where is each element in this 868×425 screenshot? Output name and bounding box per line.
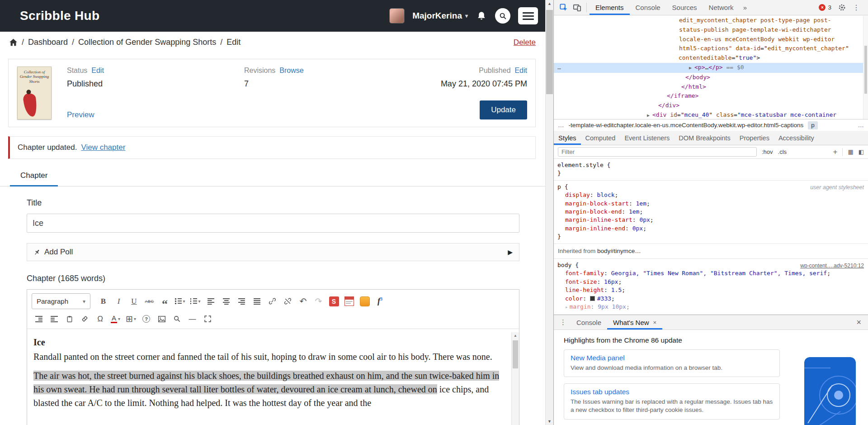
tab-chapter[interactable]: Chapter <box>10 166 58 186</box>
breadcrumb-item-edit[interactable]: Edit <box>226 38 241 47</box>
site-logo[interactable]: Scribble Hub <box>20 9 99 23</box>
dock-sidebar-icon[interactable]: ◧ <box>859 148 864 155</box>
fullscreen-button[interactable] <box>201 312 215 326</box>
css-property-line-height[interactable]: line-height: 1.5; <box>557 286 865 294</box>
elements-tree-scrollbar-thumb[interactable] <box>864 46 867 94</box>
news-block-button[interactable] <box>342 294 356 308</box>
css-property-font-family[interactable]: font-family: Georgia, "Times New Roman",… <box>557 269 865 277</box>
sidebar-tab-computed[interactable]: Computed <box>581 131 620 145</box>
devtools-tab-sources[interactable]: Sources <box>666 0 703 15</box>
sidebar-tab-dom-breakpoints[interactable]: DOM Breakpoints <box>674 131 735 145</box>
css-selector[interactable]: element.style { <box>557 161 865 169</box>
scroll-down-icon[interactable]: ▼ <box>546 419 553 424</box>
more-tabs-button[interactable]: » <box>740 0 750 15</box>
insert-link-button[interactable] <box>265 294 279 308</box>
element-classes-button[interactable]: .cls <box>778 148 787 155</box>
sidebar-tab-accessibility[interactable]: Accessibility <box>774 131 819 145</box>
add-poll-toggle[interactable]: Add Poll ▶ <box>27 243 519 261</box>
window-scrollbar[interactable]: ▲ ▼ <box>545 0 553 425</box>
scroll-up-icon[interactable]: ▲ <box>512 332 519 338</box>
editor-scrollbar[interactable]: ▲ <box>511 332 519 425</box>
align-right-button[interactable] <box>235 294 249 308</box>
console-errors-badge[interactable]: × 3 <box>819 4 831 11</box>
delete-link[interactable]: Delete <box>514 38 536 47</box>
notifications-bell-icon[interactable] <box>476 10 487 22</box>
sidebar-tab-styles[interactable]: Styles <box>554 131 581 145</box>
css-property-margin-block-end[interactable]: margin-block-end: 1em; <box>557 208 865 216</box>
devtools-tab-console[interactable]: Console <box>630 0 666 15</box>
grid-panels-icon[interactable]: ▦ <box>848 148 853 155</box>
status-edit-link[interactable]: Edit <box>91 67 104 74</box>
dom-tree-node[interactable]: edit_mycontent_chapter post-type-page po… <box>554 16 868 25</box>
outdent-button[interactable] <box>47 312 61 326</box>
elements-tree-scrollbar[interactable] <box>863 16 868 119</box>
scribble-special-button[interactable]: S <box>327 294 341 308</box>
user-avatar[interactable] <box>389 8 405 24</box>
whats-new-card-link[interactable]: Issues tab updates <box>571 388 773 396</box>
dom-tree-node[interactable]: contenteditable="true"> <box>554 53 868 63</box>
devtools-tab-network[interactable]: Network <box>703 0 740 15</box>
horizontal-rule-button[interactable]: — <box>185 312 199 326</box>
special-character-button[interactable]: Ω <box>93 312 107 326</box>
home-icon[interactable] <box>9 38 18 47</box>
stylesheet-source-link[interactable]: wp-content….adv-5210:12 <box>800 262 864 270</box>
crumb-selected-element[interactable]: p <box>808 121 818 129</box>
breadcrumb-item-collection-of-gender-swapping-shorts[interactable]: Collection of Gender Swapping Shorts <box>78 38 216 47</box>
view-chapter-link[interactable]: View chapter <box>81 143 125 152</box>
crumb-body-element[interactable]: -template-wi-editchapter.locale-en-us.mc… <box>569 122 804 129</box>
format-dropdown[interactable]: Paragraph ▾ <box>32 293 90 309</box>
dom-tree-node[interactable]: </html> <box>554 82 868 92</box>
user-menu[interactable]: MajorKerina ▾ <box>412 11 468 21</box>
bold-button[interactable]: B <box>96 294 110 308</box>
align-center-button[interactable] <box>219 294 233 308</box>
strikethrough-button[interactable]: ABC <box>142 294 156 308</box>
editor-scrollbar-thumb[interactable] <box>513 340 518 368</box>
table-button[interactable]: ⊞▾ <box>124 312 138 326</box>
dom-tree-node[interactable]: ▶ <div id="mceu_40" class="mce-statusbar… <box>554 110 868 119</box>
styles-filter-input[interactable] <box>558 147 757 157</box>
indent-button[interactable] <box>32 312 46 326</box>
sidebar-tab-properties[interactable]: Properties <box>735 131 774 145</box>
editor-content[interactable]: Ice Randall panted on the street corner … <box>27 329 519 410</box>
preview-link[interactable]: Preview <box>67 110 94 119</box>
dom-tree-node[interactable]: </body> <box>554 73 868 82</box>
find-replace-button[interactable] <box>170 312 184 326</box>
font-color-button[interactable]: A▾ <box>108 312 123 326</box>
toggle-element-state-button[interactable]: :hov <box>762 148 773 155</box>
revisions-browse-link[interactable]: Browse <box>279 67 303 74</box>
numbered-list-button[interactable]: ▾ <box>189 294 203 308</box>
devtools-tab-elements[interactable]: Elements <box>590 0 630 15</box>
search-icon[interactable] <box>495 8 510 24</box>
update-button[interactable]: Update <box>480 100 527 119</box>
scroll-up-icon[interactable]: ▲ <box>546 1 553 6</box>
whats-new-card-link[interactable]: New Media panel <box>571 354 773 362</box>
drawer-menu-icon[interactable]: ⋮ <box>556 315 571 329</box>
clear-formatting-button[interactable] <box>78 312 92 326</box>
inspect-element-icon[interactable] <box>557 0 570 15</box>
color-swatch[interactable] <box>590 296 595 301</box>
inline-actions-button[interactable]: … <box>557 63 561 72</box>
paste-button[interactable] <box>62 312 76 326</box>
drawer-tab-console[interactable]: Console <box>571 315 607 329</box>
bullet-list-button[interactable]: ▾ <box>173 294 187 308</box>
css-property-font-size[interactable]: font-size: 16px; <box>557 278 865 286</box>
breadcrumb-item-dashboard[interactable]: Dashboard <box>28 38 68 47</box>
spoiler-block-button[interactable] <box>358 294 372 308</box>
story-cover-thumbnail[interactable]: Collection of Gender Swapping Shorts <box>17 67 52 119</box>
css-property-margin-block-start[interactable]: margin-block-start: 1em; <box>557 200 865 208</box>
menu-icon[interactable] <box>518 7 538 24</box>
sidebar-tab-event-listeners[interactable]: Event Listeners <box>620 131 674 145</box>
more-options-icon[interactable]: ⋮ <box>853 3 860 12</box>
remove-link-button[interactable] <box>281 294 295 308</box>
undo-button[interactable]: ↶ <box>296 294 310 308</box>
justify-button[interactable] <box>250 294 264 308</box>
css-property-margin-inline-start[interactable]: margin-inline-start: 0px; <box>557 216 865 224</box>
drawer-tab-what-s-new[interactable]: What's New× <box>607 315 662 329</box>
close-whats-new-icon[interactable]: × <box>653 319 657 326</box>
underline-button[interactable]: U <box>127 294 141 308</box>
crumb-overflow-left[interactable]: … <box>558 122 564 129</box>
css-property-display[interactable]: display: block; <box>557 191 865 199</box>
align-left-button[interactable] <box>204 294 218 308</box>
new-style-rule-button[interactable]: + <box>833 148 837 157</box>
window-scrollbar-thumb[interactable] <box>546 10 553 94</box>
